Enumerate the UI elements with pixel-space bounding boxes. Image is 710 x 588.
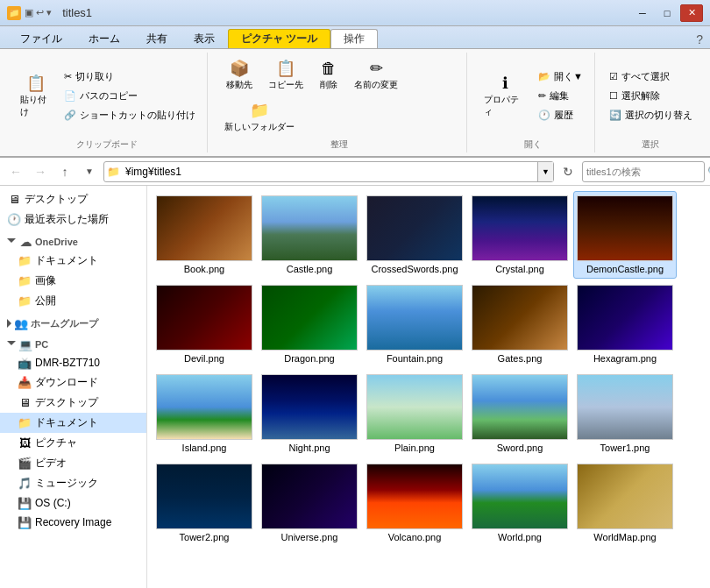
file-item-worldmap[interactable]: WorldMap.png <box>573 459 677 547</box>
sidebar-item-dmr[interactable]: 📺 DMR-BZT710 <box>0 353 146 372</box>
tab-home[interactable]: ホーム <box>75 29 133 48</box>
rename-label: 名前の変更 <box>354 79 398 91</box>
sidebar-item-documents[interactable]: 📁 ドキュメント <box>0 251 146 271</box>
path-copy-button[interactable]: 📄 パスのコピー <box>60 87 200 105</box>
file-item-island[interactable]: Island.png <box>153 370 256 457</box>
help-icon[interactable]: ? <box>696 32 703 46</box>
sidebar-item-label-desktop2: デスクトップ <box>35 395 98 410</box>
tab-view[interactable]: 表示 <box>181 29 228 48</box>
edit-button[interactable]: ✏ 編集 <box>534 87 587 105</box>
desktop-icon: 🖥 <box>7 193 21 207</box>
new-folder-button[interactable]: 📁 新しいフォルダー <box>218 96 301 137</box>
deselect-icon: ☐ <box>609 90 618 102</box>
file-name-night: Night.png <box>288 443 330 453</box>
sidebar-item-label-images: 画像 <box>35 273 56 288</box>
deselect-button[interactable]: ☐ 選択解除 <box>605 87 697 105</box>
refresh-button[interactable]: ↻ <box>557 161 579 182</box>
sidebar-item-videos[interactable]: 🎬 ビデオ <box>0 453 146 473</box>
sidebar-item-recent[interactable]: 🕐 最近表示した場所 <box>0 209 146 230</box>
sidebar-item-downloads[interactable]: 📥 ダウンロード <box>0 372 146 393</box>
file-item-devil[interactable]: Devil.png <box>153 280 256 368</box>
sidebar-item-music[interactable]: 🎵 ミュージック <box>0 473 146 493</box>
rename-button[interactable]: ✏ 名前の変更 <box>348 54 404 95</box>
sidebar-section-homegroup[interactable]: 👥 ホームグループ <box>0 311 146 332</box>
address-dropdown-button[interactable]: ▼ <box>537 162 553 181</box>
file-item-night[interactable]: Night.png <box>258 370 361 457</box>
file-item-world[interactable]: World.png <box>468 459 572 547</box>
tab-manage[interactable]: 操作 <box>330 29 378 48</box>
videos-icon: 🎬 <box>18 457 32 471</box>
file-thumb-tower2 <box>156 464 252 529</box>
delete-button[interactable]: 🗑 削除 <box>311 54 346 95</box>
new-folder-icon: 📁 <box>249 100 270 121</box>
file-name-volcano: Volcano.png <box>388 532 442 542</box>
documents-icon: 📁 <box>18 254 32 268</box>
pictures-icon: 🖼 <box>18 436 32 450</box>
maximize-button[interactable]: □ <box>656 4 678 22</box>
select-small-buttons: ☑ すべて選択 ☐ 選択解除 🔄 選択の切り替え <box>605 67 697 124</box>
history-button[interactable]: 🕐 履歴 <box>534 106 587 124</box>
file-item-volcano[interactable]: Volcano.png <box>363 459 466 547</box>
file-item-castle[interactable]: Castle.png <box>258 191 361 279</box>
file-item-tower1[interactable]: Tower1.png <box>573 370 677 457</box>
open-button[interactable]: 📂 開く▼ <box>534 67 587 86</box>
open-small-buttons: 📂 開く▼ ✏ 編集 🕐 履歴 <box>534 67 587 124</box>
tab-picture-tools[interactable]: ピクチャ ツール <box>228 29 330 48</box>
cut-button[interactable]: ✂ 切り取り <box>60 67 200 86</box>
address-text[interactable]: ¥img¥titles1 <box>122 166 537 178</box>
c-drive-icon: 💾 <box>18 496 32 510</box>
ribbon-group-clipboard: 📋 貼り付け ✂ 切り取り 📄 パスのコピー 🔗 ショートカットの貼り付け クリ… <box>7 53 208 152</box>
forward-button[interactable]: → <box>30 161 51 182</box>
recent-locations-button[interactable]: ▼ <box>79 161 100 182</box>
file-item-tower2[interactable]: Tower2.png <box>153 459 256 547</box>
sidebar-item-c-drive[interactable]: 💾 OS (C:) <box>0 493 146 513</box>
sidebar-item-desktop2[interactable]: 🖥 デスクトップ <box>0 393 146 413</box>
file-name-worldmap: WorldMap.png <box>593 532 656 542</box>
file-item-fountain[interactable]: Fountain.png <box>363 280 466 368</box>
minimize-button[interactable]: ─ <box>631 4 654 22</box>
move-to-button[interactable]: 📦 移動先 <box>218 54 260 95</box>
file-item-crossedswords[interactable]: CrossedSwords.png <box>363 191 466 279</box>
recovery-icon: 💾 <box>18 515 32 529</box>
search-input[interactable] <box>586 166 707 177</box>
invert-selection-button[interactable]: 🔄 選択の切り替え <box>605 106 697 124</box>
file-name-fountain: Fountain.png <box>387 353 443 364</box>
shortcut-button[interactable]: 🔗 ショートカットの貼り付け <box>60 106 200 124</box>
tab-file[interactable]: ファイル <box>7 29 75 48</box>
up-button[interactable]: ↑ <box>54 161 75 182</box>
sidebar-item-images[interactable]: 📁 画像 <box>0 271 146 291</box>
back-button[interactable]: ← <box>5 161 26 182</box>
file-item-gates[interactable]: Gates.png <box>468 280 572 368</box>
sidebar-item-pictures[interactable]: 🖼 ピクチャ <box>0 433 146 453</box>
file-item-demoncastle[interactable]: DemonCastle.png <box>573 191 677 279</box>
properties-button[interactable]: ℹ プロパティ <box>478 69 532 122</box>
sidebar-section-pc[interactable]: 💻 PC <box>0 332 146 353</box>
select-all-button[interactable]: ☑ すべて選択 <box>605 67 697 86</box>
copy-to-button[interactable]: 📋 コピー先 <box>262 54 309 95</box>
close-button[interactable]: ✕ <box>680 4 703 22</box>
file-name-crystal: Crystal.png <box>495 264 544 274</box>
file-item-book[interactable]: Book.png <box>153 191 256 279</box>
tab-share[interactable]: 共有 <box>133 29 181 48</box>
file-name-book: Book.png <box>184 264 224 274</box>
sidebar-item-label-downloads: ダウンロード <box>35 375 98 390</box>
move-label: 移動先 <box>226 79 252 91</box>
sidebar-item-documents2[interactable]: 📁 ドキュメント <box>0 413 146 433</box>
file-thumb-sword <box>472 374 568 440</box>
ribbon-tabs: ファイル ホーム 共有 表示 ピクチャ ツール 操作 ? <box>0 26 710 49</box>
file-thumb-demoncastle <box>577 195 673 261</box>
paste-button[interactable]: 📋 貼り付け <box>14 69 58 122</box>
file-item-universe[interactable]: Universe.png <box>258 459 361 547</box>
file-item-dragon[interactable]: Dragon.png <box>258 280 361 368</box>
sidebar-item-desktop[interactable]: 🖥 デスクトップ <box>0 189 146 209</box>
sidebar-section-onedrive[interactable]: ☁ OneDrive <box>0 230 146 251</box>
file-item-hexagram[interactable]: Hexagram.png <box>573 280 677 368</box>
file-item-plain[interactable]: Plain.png <box>363 370 466 457</box>
sidebar-item-recovery[interactable]: 💾 Recovery Image <box>0 513 146 532</box>
sidebar-item-public[interactable]: 📁 公開 <box>0 291 146 311</box>
select-all-icon: ☑ <box>609 71 618 82</box>
file-item-sword[interactable]: Sword.png <box>468 370 572 457</box>
sidebar-section-label-homegroup: ホームグループ <box>31 317 98 330</box>
nav-bar: ← → ↑ ▼ 📁 ¥img¥titles1 ▼ ↻ 🔍 <box>0 158 710 186</box>
file-item-crystal[interactable]: Crystal.png <box>468 191 572 279</box>
